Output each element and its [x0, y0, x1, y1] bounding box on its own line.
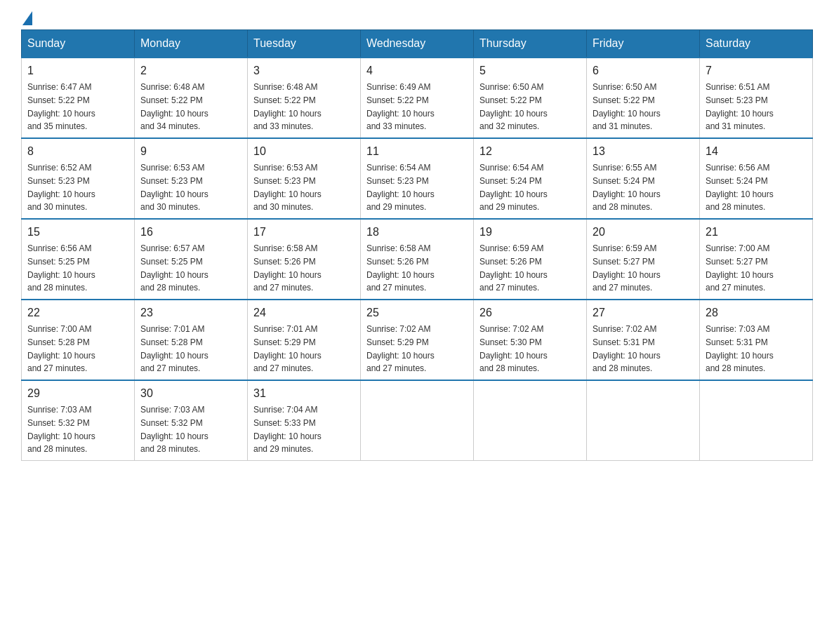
- calendar-week-row: 29 Sunrise: 7:03 AMSunset: 5:32 PMDaylig…: [22, 380, 813, 461]
- day-of-week-header: Monday: [135, 30, 248, 58]
- calendar-cell: 24 Sunrise: 7:01 AMSunset: 5:29 PMDaylig…: [248, 300, 361, 380]
- day-number: 18: [366, 224, 468, 241]
- day-info: Sunrise: 6:54 AMSunset: 5:23 PMDaylight:…: [366, 163, 435, 212]
- day-info: Sunrise: 6:56 AMSunset: 5:24 PMDaylight:…: [706, 163, 774, 212]
- calendar-cell: [587, 380, 700, 461]
- calendar-cell: 15 Sunrise: 6:56 AMSunset: 5:25 PMDaylig…: [22, 219, 135, 300]
- day-of-week-header: Friday: [587, 30, 700, 58]
- day-info: Sunrise: 6:49 AMSunset: 5:22 PMDaylight:…: [366, 82, 435, 131]
- day-of-week-header: Thursday: [474, 30, 587, 58]
- day-info: Sunrise: 7:00 AMSunset: 5:27 PMDaylight:…: [706, 243, 774, 293]
- calendar-header: SundayMondayTuesdayWednesdayThursdayFrid…: [22, 30, 813, 58]
- day-of-week-header: Tuesday: [248, 30, 361, 58]
- calendar-cell: 26 Sunrise: 7:02 AMSunset: 5:30 PMDaylig…: [474, 300, 587, 380]
- day-number: 9: [140, 143, 241, 160]
- day-info: Sunrise: 7:02 AMSunset: 5:29 PMDaylight:…: [366, 324, 435, 373]
- calendar-cell: 19 Sunrise: 6:59 AMSunset: 5:26 PMDaylig…: [474, 219, 587, 300]
- calendar-cell: 2 Sunrise: 6:48 AMSunset: 5:22 PMDayligh…: [135, 58, 248, 138]
- day-number: 23: [140, 304, 241, 321]
- day-info: Sunrise: 6:52 AMSunset: 5:23 PMDaylight:…: [27, 163, 95, 212]
- day-info: Sunrise: 6:58 AMSunset: 5:26 PMDaylight:…: [253, 243, 322, 293]
- day-number: 20: [593, 224, 694, 241]
- day-info: Sunrise: 6:59 AMSunset: 5:26 PMDaylight:…: [479, 243, 548, 293]
- day-number: 28: [706, 304, 807, 321]
- calendar-cell: 3 Sunrise: 6:48 AMSunset: 5:22 PMDayligh…: [248, 58, 361, 138]
- day-info: Sunrise: 7:01 AMSunset: 5:29 PMDaylight:…: [253, 324, 322, 373]
- day-info: Sunrise: 6:53 AMSunset: 5:23 PMDaylight:…: [140, 163, 208, 212]
- calendar-cell: 9 Sunrise: 6:53 AMSunset: 5:23 PMDayligh…: [135, 138, 248, 219]
- day-info: Sunrise: 6:54 AMSunset: 5:24 PMDaylight:…: [479, 163, 548, 212]
- calendar-cell: 27 Sunrise: 7:02 AMSunset: 5:31 PMDaylig…: [587, 300, 700, 380]
- day-number: 14: [706, 143, 807, 160]
- day-number: 15: [27, 224, 128, 241]
- calendar-cell: 1 Sunrise: 6:47 AMSunset: 5:22 PMDayligh…: [22, 58, 135, 138]
- calendar-cell: [700, 380, 813, 461]
- day-number: 26: [479, 304, 581, 321]
- calendar-cell: 16 Sunrise: 6:57 AMSunset: 5:25 PMDaylig…: [135, 219, 248, 300]
- day-info: Sunrise: 6:50 AMSunset: 5:22 PMDaylight:…: [479, 82, 548, 131]
- calendar-cell: [361, 380, 474, 461]
- calendar-cell: 20 Sunrise: 6:59 AMSunset: 5:27 PMDaylig…: [587, 219, 700, 300]
- day-info: Sunrise: 7:03 AMSunset: 5:31 PMDaylight:…: [706, 324, 774, 373]
- day-info: Sunrise: 6:48 AMSunset: 5:22 PMDaylight:…: [253, 82, 322, 131]
- day-number: 11: [366, 143, 468, 160]
- day-info: Sunrise: 7:00 AMSunset: 5:28 PMDaylight:…: [27, 324, 95, 373]
- day-number: 1: [27, 62, 128, 79]
- day-number: 21: [706, 224, 807, 241]
- day-info: Sunrise: 7:03 AMSunset: 5:32 PMDaylight:…: [140, 405, 208, 454]
- day-info: Sunrise: 7:04 AMSunset: 5:33 PMDaylight:…: [253, 405, 322, 454]
- calendar-cell: 30 Sunrise: 7:03 AMSunset: 5:32 PMDaylig…: [135, 380, 248, 461]
- calendar-cell: 14 Sunrise: 6:56 AMSunset: 5:24 PMDaylig…: [700, 138, 813, 219]
- calendar-cell: 4 Sunrise: 6:49 AMSunset: 5:22 PMDayligh…: [361, 58, 474, 138]
- calendar-cell: 12 Sunrise: 6:54 AMSunset: 5:24 PMDaylig…: [474, 138, 587, 219]
- logo-triangle-icon: [22, 11, 32, 25]
- calendar-cell: 10 Sunrise: 6:53 AMSunset: 5:23 PMDaylig…: [248, 138, 361, 219]
- calendar-cell: 29 Sunrise: 7:03 AMSunset: 5:32 PMDaylig…: [22, 380, 135, 461]
- day-info: Sunrise: 6:47 AMSunset: 5:22 PMDaylight:…: [27, 82, 95, 131]
- day-info: Sunrise: 6:53 AMSunset: 5:23 PMDaylight:…: [253, 163, 322, 212]
- calendar-week-row: 15 Sunrise: 6:56 AMSunset: 5:25 PMDaylig…: [22, 219, 813, 300]
- calendar-cell: 13 Sunrise: 6:55 AMSunset: 5:24 PMDaylig…: [587, 138, 700, 219]
- calendar-cell: 17 Sunrise: 6:58 AMSunset: 5:26 PMDaylig…: [248, 219, 361, 300]
- day-info: Sunrise: 7:02 AMSunset: 5:30 PMDaylight:…: [479, 324, 548, 373]
- day-number: 5: [479, 62, 581, 79]
- calendar-body: 1 Sunrise: 6:47 AMSunset: 5:22 PMDayligh…: [22, 58, 813, 461]
- day-number: 30: [140, 385, 241, 402]
- calendar-cell: 11 Sunrise: 6:54 AMSunset: 5:23 PMDaylig…: [361, 138, 474, 219]
- day-number: 27: [593, 304, 694, 321]
- day-info: Sunrise: 6:56 AMSunset: 5:25 PMDaylight:…: [27, 243, 95, 293]
- day-info: Sunrise: 7:01 AMSunset: 5:28 PMDaylight:…: [140, 324, 208, 373]
- calendar-cell: 23 Sunrise: 7:01 AMSunset: 5:28 PMDaylig…: [135, 300, 248, 380]
- page-header: [21, 14, 813, 22]
- calendar-table: SundayMondayTuesdayWednesdayThursdayFrid…: [21, 29, 813, 461]
- day-number: 12: [479, 143, 581, 160]
- logo: [21, 14, 32, 22]
- day-number: 17: [253, 224, 355, 241]
- day-info: Sunrise: 7:02 AMSunset: 5:31 PMDaylight:…: [593, 324, 661, 373]
- calendar-cell: 22 Sunrise: 7:00 AMSunset: 5:28 PMDaylig…: [22, 300, 135, 380]
- day-info: Sunrise: 6:55 AMSunset: 5:24 PMDaylight:…: [593, 163, 661, 212]
- calendar-cell: 7 Sunrise: 6:51 AMSunset: 5:23 PMDayligh…: [700, 58, 813, 138]
- calendar-cell: 31 Sunrise: 7:04 AMSunset: 5:33 PMDaylig…: [248, 380, 361, 461]
- day-info: Sunrise: 6:59 AMSunset: 5:27 PMDaylight:…: [593, 243, 661, 293]
- day-number: 2: [140, 62, 241, 79]
- day-number: 22: [27, 304, 128, 321]
- day-number: 24: [253, 304, 355, 321]
- calendar-cell: 18 Sunrise: 6:58 AMSunset: 5:26 PMDaylig…: [361, 219, 474, 300]
- day-number: 10: [253, 143, 355, 160]
- day-number: 16: [140, 224, 241, 241]
- calendar-cell: [474, 380, 587, 461]
- day-number: 29: [27, 385, 128, 402]
- day-number: 13: [593, 143, 694, 160]
- day-info: Sunrise: 6:57 AMSunset: 5:25 PMDaylight:…: [140, 243, 208, 293]
- day-number: 7: [706, 62, 807, 79]
- calendar-cell: 8 Sunrise: 6:52 AMSunset: 5:23 PMDayligh…: [22, 138, 135, 219]
- calendar-week-row: 8 Sunrise: 6:52 AMSunset: 5:23 PMDayligh…: [22, 138, 813, 219]
- day-info: Sunrise: 6:51 AMSunset: 5:23 PMDaylight:…: [706, 82, 774, 131]
- calendar-week-row: 1 Sunrise: 6:47 AMSunset: 5:22 PMDayligh…: [22, 58, 813, 138]
- day-of-week-header: Sunday: [22, 30, 135, 58]
- day-number: 31: [253, 385, 355, 402]
- day-info: Sunrise: 7:03 AMSunset: 5:32 PMDaylight:…: [27, 405, 95, 454]
- day-number: 25: [366, 304, 468, 321]
- day-number: 3: [253, 62, 355, 79]
